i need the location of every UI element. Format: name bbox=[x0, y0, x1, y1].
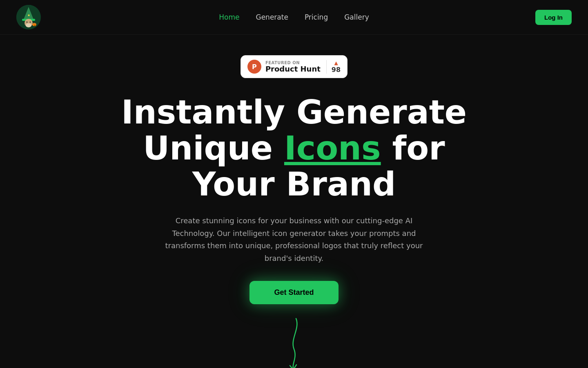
svg-point-4 bbox=[26, 23, 31, 27]
nav-home[interactable]: Home bbox=[219, 13, 239, 21]
product-hunt-text: FEATURED ON Product Hunt bbox=[265, 61, 321, 73]
svg-text:★: ★ bbox=[27, 13, 30, 17]
get-started-button[interactable]: Get Started bbox=[249, 281, 338, 304]
product-hunt-icon: P bbox=[247, 60, 261, 74]
hero-heading: Instantly Generate Unique Icons for Your… bbox=[69, 94, 519, 202]
vote-arrow-icon: ▲ bbox=[334, 60, 338, 66]
product-hunt-badge[interactable]: P FEATURED ON Product Hunt ▲ 98 bbox=[241, 55, 347, 78]
product-hunt-name: Product Hunt bbox=[265, 65, 321, 73]
nav-pricing[interactable]: Pricing bbox=[305, 13, 328, 21]
product-hunt-vote: ▲ 98 bbox=[326, 60, 341, 74]
svg-point-5 bbox=[27, 22, 28, 23]
heading-accent: Icons bbox=[284, 129, 381, 167]
logo-image: ★ 🎃 bbox=[16, 5, 41, 29]
heading-line2: Your Brand bbox=[192, 165, 396, 203]
nav-generate[interactable]: Generate bbox=[256, 13, 288, 21]
decorative-arrow bbox=[282, 316, 306, 368]
svg-text:🎃: 🎃 bbox=[33, 23, 36, 27]
login-button[interactable]: Log In bbox=[535, 10, 572, 25]
nav-gallery[interactable]: Gallery bbox=[344, 13, 369, 21]
navbar: ★ 🎃 Home Generate Pricing Gallery Log In bbox=[0, 0, 588, 35]
hero-section: P FEATURED ON Product Hunt ▲ 98 Instantl… bbox=[0, 35, 588, 368]
svg-point-6 bbox=[30, 22, 31, 23]
featured-on-label: FEATURED ON bbox=[265, 61, 300, 65]
hero-subtext: Create stunning icons for your business … bbox=[155, 215, 433, 265]
heading-part2: for bbox=[381, 129, 445, 167]
vote-count: 98 bbox=[332, 66, 341, 74]
logo[interactable]: ★ 🎃 bbox=[16, 5, 41, 29]
nav-links: Home Generate Pricing Gallery bbox=[219, 13, 369, 21]
